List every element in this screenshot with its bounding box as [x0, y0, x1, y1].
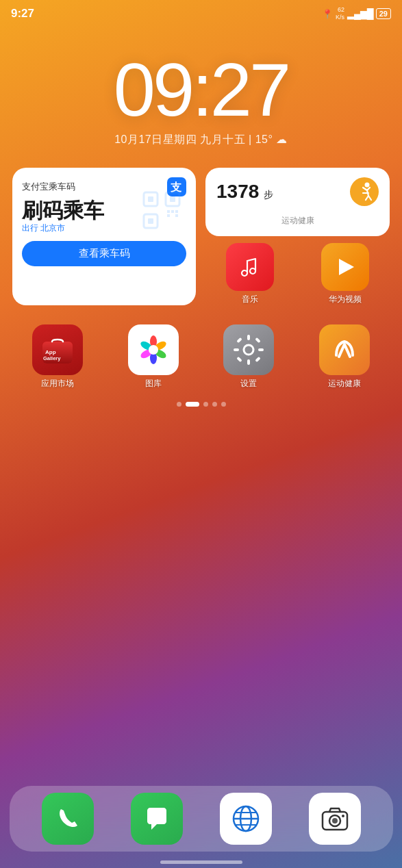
- browser-dock-wrapper[interactable]: [220, 793, 272, 845]
- app-gallery-label: 应用市场: [41, 378, 74, 390]
- photos-icon: [128, 324, 179, 375]
- health-logo: [329, 335, 360, 365]
- svg-rect-32: [255, 337, 261, 343]
- music-video-row: 音乐 华为视频: [205, 243, 390, 305]
- phone-dock-icon: [42, 793, 94, 845]
- camera-dock-icon: [309, 793, 361, 845]
- gear-icon: [232, 333, 265, 366]
- svg-point-25: [149, 345, 158, 355]
- svg-rect-34: [255, 357, 261, 362]
- alipay-widget[interactable]: 支付宝乘车码 支: [12, 168, 196, 305]
- svg-rect-30: [258, 348, 264, 351]
- svg-rect-8: [171, 210, 174, 213]
- svg-rect-7: [167, 210, 170, 213]
- qr-illustration: [142, 191, 181, 229]
- signal-icon: ▂▄▆█: [347, 8, 373, 19]
- play-icon: [332, 254, 358, 280]
- svg-rect-29: [234, 348, 239, 351]
- messages-dock-icon: [131, 793, 183, 845]
- messages-icon: [142, 804, 172, 834]
- svg-rect-6: [148, 218, 153, 224]
- dot-1[interactable]: [186, 402, 199, 407]
- svg-marker-13: [339, 259, 354, 275]
- steps-icon: [350, 177, 379, 206]
- svg-rect-27: [247, 335, 250, 340]
- health-icon: [319, 324, 370, 375]
- svg-point-43: [342, 815, 344, 817]
- app-gallery-wrapper[interactable]: App Gallery 应用市场: [32, 324, 83, 390]
- phone-dock-wrapper[interactable]: [42, 793, 94, 845]
- app-gallery-logo: App Gallery: [40, 332, 75, 368]
- svg-rect-33: [237, 357, 242, 362]
- right-widgets: 1378 步 运动健康: [205, 168, 390, 305]
- dot-2[interactable]: [203, 402, 208, 407]
- svg-point-42: [332, 818, 338, 824]
- svg-point-26: [244, 345, 253, 355]
- music-label: 音乐: [242, 294, 258, 305]
- alipay-title: 支付宝乘车码: [22, 181, 75, 193]
- messages-dock-wrapper[interactable]: [131, 793, 183, 845]
- dot-4[interactable]: [221, 402, 226, 407]
- camera-icon: [320, 804, 350, 834]
- dot-3[interactable]: [212, 402, 217, 407]
- svg-rect-4: [148, 196, 153, 202]
- battery-level: 29: [376, 8, 391, 19]
- widgets-row: 支付宝乘车码 支: [0, 154, 402, 312]
- steps-unit: 步: [264, 189, 273, 200]
- battery-icon: 29: [376, 8, 391, 19]
- phone-icon: [53, 804, 83, 834]
- running-icon: [353, 181, 375, 203]
- huawei-video-app[interactable]: 华为视频: [321, 243, 369, 305]
- health-wrapper[interactable]: 运动健康: [319, 324, 370, 390]
- svg-text:App: App: [45, 349, 56, 355]
- home-indicator: [160, 860, 242, 864]
- status-time: 9:27: [11, 7, 34, 21]
- status-bar: 9:27 📍 62K/s ▂▄▆█ 29: [0, 0, 402, 25]
- photos-wrapper[interactable]: 图库: [128, 324, 179, 390]
- svg-rect-11: [175, 214, 178, 217]
- photos-flower-icon: [136, 332, 171, 368]
- clock-date: 10月17日星期四 九月十五 | 15° ☁: [0, 133, 402, 147]
- screen: 9:27 📍 62K/s ▂▄▆█ 29 09:27 10月17日星期四 九月十…: [0, 0, 402, 868]
- svg-rect-31: [237, 337, 242, 343]
- page-dots: [0, 402, 402, 407]
- dock: [10, 786, 393, 852]
- status-right: 📍 62K/s ▂▄▆█ 29: [322, 6, 391, 21]
- settings-icon: [223, 324, 274, 375]
- dot-0[interactable]: [177, 402, 181, 407]
- location-icon: 📍: [322, 9, 333, 19]
- browser-globe-icon: [229, 802, 262, 835]
- alipay-button[interactable]: 查看乘车码: [22, 241, 186, 266]
- steps-count: 1378: [216, 181, 259, 202]
- music-icon: [226, 243, 274, 291]
- speed-indicator: 62K/s: [336, 6, 344, 21]
- svg-rect-5: [170, 196, 175, 202]
- huawei-video-label: 华为视频: [329, 294, 362, 305]
- settings-wrapper[interactable]: 设置: [223, 324, 274, 390]
- camera-dock-wrapper[interactable]: [309, 793, 361, 845]
- svg-rect-10: [167, 214, 170, 217]
- svg-rect-28: [247, 359, 250, 365]
- bottom-apps-row: App Gallery 应用市场: [0, 312, 402, 395]
- music-note-icon: [236, 253, 264, 281]
- clock-time: 09:27: [0, 52, 402, 127]
- photos-label: 图库: [145, 378, 162, 390]
- app-gallery-icon: App Gallery: [32, 324, 83, 375]
- browser-dock-icon: [220, 793, 272, 845]
- steps-widget[interactable]: 1378 步 运动健康: [205, 168, 390, 236]
- settings-label: 设置: [240, 378, 257, 390]
- svg-text:Gallery: Gallery: [43, 355, 61, 361]
- music-app[interactable]: 音乐: [226, 243, 274, 305]
- clock-area: 09:27 10月17日星期四 九月十五 | 15° ☁: [0, 25, 402, 154]
- svg-rect-9: [175, 210, 178, 213]
- huawei-video-icon: [321, 243, 369, 291]
- steps-label: 运动健康: [216, 215, 379, 227]
- svg-point-12: [365, 183, 370, 188]
- health-label: 运动健康: [328, 378, 361, 390]
